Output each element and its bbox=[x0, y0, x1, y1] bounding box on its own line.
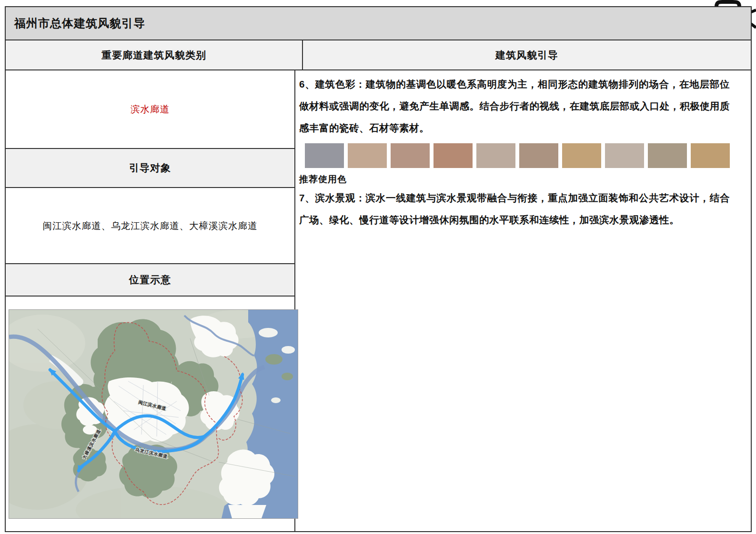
column-header-corridor-category: 重要廊道建筑风貌类别 bbox=[6, 40, 303, 69]
guidance-item-7: 7、滨水景观：滨水一线建筑与滨水景观带融合与衔接，重点加强立面装饰和公共艺术设计… bbox=[299, 187, 730, 231]
palette-swatch bbox=[648, 143, 687, 168]
corridor-category-cell: 滨水廊道 bbox=[6, 70, 294, 149]
left-column: 滨水廊道 引导对象 闽江滨水廊道、乌龙江滨水廊道、大樟溪滨水廊道 位置示意 bbox=[6, 70, 295, 532]
table-header-row: 重要廊道建筑风貌类别 建筑风貌引导 bbox=[6, 40, 751, 70]
palette-caption: 推荐使用色 bbox=[299, 173, 730, 186]
palette-swatch bbox=[605, 143, 644, 168]
guidance-item-6: 6、建筑色彩：建筑物的基调色以暖色系高明度为主，相同形态的建筑物排列的场合，在地… bbox=[299, 73, 730, 139]
page-title-text: 福州市总体建筑风貌引导 bbox=[14, 16, 145, 31]
palette-swatch bbox=[562, 143, 601, 168]
guidance-item-7-label: 7、滨水景观： bbox=[299, 192, 366, 203]
corridor-category-label: 滨水廊道 bbox=[131, 103, 170, 116]
guidance-sheet: 福州市总体建筑风貌引导 重要廊道建筑风貌类别 建筑风貌引导 滨水廊道 引导对象 … bbox=[5, 6, 752, 532]
palette-swatch bbox=[305, 143, 344, 168]
palette-swatch bbox=[348, 143, 387, 168]
guide-object-value-cell: 闽江滨水廊道、乌龙江滨水廊道、大樟溪滨水廊道 bbox=[6, 188, 294, 264]
location-map-svg: 闽江滨水廊道 乌龙江滨水廊道 大樟溪滨水廊道 bbox=[9, 310, 298, 518]
palette-swatch bbox=[433, 143, 473, 168]
palette-swatch bbox=[391, 143, 430, 168]
page-title: 福州市总体建筑风貌引导 bbox=[6, 7, 751, 40]
guidance-item-6-label: 6、建筑色彩： bbox=[299, 79, 366, 89]
table-body: 滨水廊道 引导对象 闽江滨水廊道、乌龙江滨水廊道、大樟溪滨水廊道 位置示意 bbox=[6, 70, 751, 532]
location-map-cell: 闽江滨水廊道 乌龙江滨水廊道 大樟溪滨水廊道 bbox=[6, 297, 294, 532]
location-map: 闽江滨水廊道 乌龙江滨水廊道 大樟溪滨水廊道 bbox=[9, 309, 298, 519]
page-corner-handle-icon bbox=[712, 0, 743, 7]
column-header-style-guidance: 建筑风貌引导 bbox=[303, 40, 751, 69]
palette-swatch bbox=[691, 143, 730, 168]
guidance-column: 6、建筑色彩：建筑物的基调色以暖色系高明度为主，相同形态的建筑物排列的场合，在地… bbox=[295, 70, 751, 532]
document-page: 福州市总体建筑风貌引导 重要廊道建筑风貌类别 建筑风貌引导 滨水廊道 引导对象 … bbox=[0, 0, 756, 534]
palette bbox=[305, 143, 730, 168]
palette-swatch bbox=[519, 143, 558, 168]
palette-swatch bbox=[476, 143, 515, 168]
location-header-cell: 位置示意 bbox=[6, 264, 294, 297]
guide-object-header-cell: 引导对象 bbox=[6, 149, 294, 188]
